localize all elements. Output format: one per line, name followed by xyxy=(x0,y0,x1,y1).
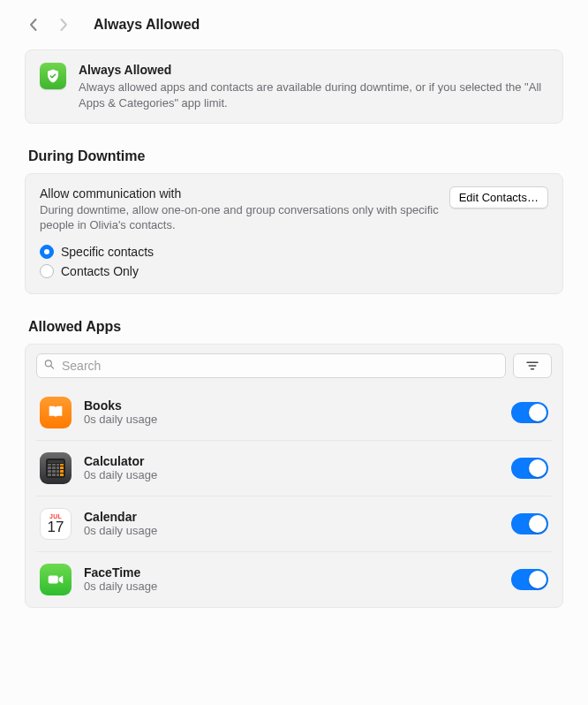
downtime-title: Allow communication with xyxy=(40,186,441,201)
downtime-card: Allow communication with During downtime… xyxy=(25,173,563,294)
filter-icon xyxy=(524,358,540,374)
app-name: Calendar xyxy=(84,510,499,524)
toggle-calculator[interactable] xyxy=(511,458,548,479)
header: Always Allowed xyxy=(25,16,563,34)
books-icon xyxy=(40,397,72,428)
toggle-books[interactable] xyxy=(511,402,548,423)
app-usage: 0s daily usage xyxy=(84,524,499,537)
app-usage: 0s daily usage xyxy=(84,413,499,426)
radio-specific-contacts[interactable]: Specific contacts xyxy=(40,242,548,262)
app-row-books: Books 0s daily usage xyxy=(36,385,552,441)
intro-title: Always Allowed xyxy=(79,63,548,77)
back-button[interactable] xyxy=(25,16,42,34)
edit-contacts-button[interactable]: Edit Contacts… xyxy=(449,186,548,208)
svg-rect-5 xyxy=(49,575,58,583)
radio-dot-icon xyxy=(40,264,54,278)
radio-contacts-only[interactable]: Contacts Only xyxy=(40,262,548,281)
app-row-facetime: FaceTime 0s daily usage xyxy=(36,552,552,607)
app-name: Calculator xyxy=(84,454,499,468)
radio-label: Contacts Only xyxy=(61,264,139,278)
app-name: Books xyxy=(84,398,499,413)
section-title-downtime: During Downtime xyxy=(28,148,563,164)
radio-group: Specific contacts Contacts Only xyxy=(40,242,548,281)
always-allowed-icon xyxy=(40,63,66,89)
calculator-icon xyxy=(40,452,72,484)
app-row-calculator: Calculator 0s daily usage xyxy=(36,441,552,497)
downtime-description: During downtime, allow one-on-one and gr… xyxy=(40,203,441,233)
section-title-allowed: Allowed Apps xyxy=(28,319,563,335)
forward-button[interactable] xyxy=(55,16,72,34)
app-usage: 0s daily usage xyxy=(84,580,499,593)
calendar-icon: JUL 17 xyxy=(40,508,72,540)
app-row-calendar: JUL 17 Calendar 0s daily usage xyxy=(36,497,552,552)
filter-button[interactable] xyxy=(513,353,552,378)
toggle-facetime[interactable] xyxy=(511,569,548,590)
radio-label: Specific contacts xyxy=(61,245,154,259)
allowed-apps-card: Books 0s daily usage Calculator 0s daily… xyxy=(25,344,563,608)
app-usage: 0s daily usage xyxy=(84,468,499,481)
intro-description: Always allowed apps and contacts are ava… xyxy=(79,80,548,110)
search-input[interactable] xyxy=(36,353,506,378)
app-name: FaceTime xyxy=(84,565,499,580)
page-title: Always Allowed xyxy=(94,17,200,33)
toggle-calendar[interactable] xyxy=(511,513,548,534)
radio-dot-icon xyxy=(40,245,54,259)
intro-card: Always Allowed Always allowed apps and c… xyxy=(25,49,563,124)
facetime-icon xyxy=(40,564,72,595)
